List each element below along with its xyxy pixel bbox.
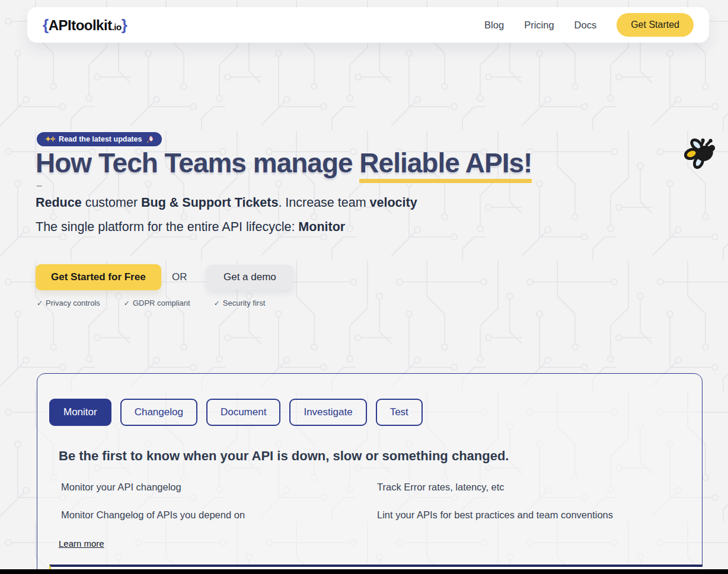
bee-icon bbox=[683, 132, 720, 171]
check-label: Privacy controls bbox=[46, 299, 100, 307]
bottom-edge-strip bbox=[0, 569, 728, 574]
check-security: ✓ Security first bbox=[214, 299, 266, 307]
product-tabs-panel: Monitor Changelog Document Investigate T… bbox=[37, 373, 703, 574]
logo-brace-open: { bbox=[43, 16, 49, 34]
logo-brand-text: APItoolkit bbox=[49, 17, 112, 34]
hero-subtitle-line1: Reduce customer Bug & Support Tickets. I… bbox=[36, 195, 417, 210]
check-icon: ✓ bbox=[214, 299, 220, 307]
subtitle-bold-tickets: Bug & Support Tickets bbox=[141, 195, 278, 210]
get-demo-button[interactable]: Get a demo bbox=[206, 265, 293, 290]
feature-item: Monitor your API changelog bbox=[61, 482, 377, 493]
logo-brace-close: } bbox=[122, 16, 127, 34]
title-highlight: Reliable APIs! bbox=[359, 147, 532, 183]
check-label: Security first bbox=[223, 299, 266, 307]
badge-label: Read the latest updates bbox=[59, 135, 142, 143]
feature-item: Track Error rates, latency, etc bbox=[377, 482, 702, 493]
check-gdpr: ✓ GDPR compliant bbox=[124, 299, 190, 307]
nav-link-docs[interactable]: Docs bbox=[574, 20, 597, 31]
check-privacy: ✓ Privacy controls bbox=[37, 299, 100, 307]
title-prefix: How Tech Teams manage bbox=[36, 147, 359, 178]
subtitle-text: customer bbox=[82, 195, 141, 210]
feature-item: Lint your APIs for best practices and te… bbox=[377, 509, 702, 521]
logo-tld-text: .io bbox=[112, 22, 122, 32]
tab-bar: Monitor Changelog Document Investigate T… bbox=[49, 399, 702, 426]
tab-test[interactable]: Test bbox=[376, 399, 423, 426]
navbar: { APItoolkit .io } Blog Pricing Docs Get… bbox=[27, 7, 709, 43]
check-label: GDPR compliant bbox=[133, 299, 190, 307]
subtitle-text: . Increase team bbox=[278, 195, 369, 210]
nav-link-blog[interactable]: Blog bbox=[484, 20, 504, 31]
learn-more-link[interactable]: Learn more bbox=[59, 538, 104, 549]
latest-updates-badge[interactable]: ✦✧ Read the latest updates bbox=[37, 132, 162, 146]
nav-links: Blog Pricing Docs Get Started bbox=[484, 13, 694, 37]
get-started-free-button[interactable]: Get Started for Free bbox=[36, 264, 161, 290]
subtitle-text: The single platform for the entire API l… bbox=[36, 220, 298, 234]
get-started-button[interactable]: Get Started bbox=[617, 13, 694, 37]
sparkles-icon: ✦✧ bbox=[45, 135, 55, 143]
tab-document[interactable]: Document bbox=[206, 399, 280, 426]
subtitle-bold-monitor: Monitor bbox=[298, 220, 345, 234]
or-label: OR bbox=[172, 271, 187, 283]
logo[interactable]: { APItoolkit .io } bbox=[43, 16, 127, 34]
title-dash: – bbox=[36, 179, 42, 192]
nav-link-pricing[interactable]: Pricing bbox=[524, 20, 554, 31]
tab-investigate[interactable]: Investigate bbox=[289, 399, 366, 426]
subtitle-bold-reduce: Reduce bbox=[36, 195, 82, 210]
hero-subtitle-line2: The single platform for the entire API l… bbox=[36, 220, 345, 235]
panel-heading: Be the first to know when your API is do… bbox=[59, 448, 702, 464]
page-title: How Tech Teams manage Reliable APIs! bbox=[36, 148, 628, 178]
rocket-icon bbox=[146, 136, 154, 143]
feature-item: Monitor Changelog of APIs you depend on bbox=[61, 509, 377, 521]
tab-changelog[interactable]: Changelog bbox=[120, 399, 197, 426]
subtitle-bold-velocity: velocity bbox=[370, 195, 417, 210]
trust-checklist: ✓ Privacy controls ✓ GDPR compliant ✓ Se… bbox=[37, 299, 265, 307]
check-icon: ✓ bbox=[37, 299, 43, 307]
tab-monitor[interactable]: Monitor bbox=[49, 399, 111, 426]
check-icon: ✓ bbox=[124, 299, 130, 307]
feature-list: Monitor your API changelog Track Error r… bbox=[61, 482, 702, 521]
